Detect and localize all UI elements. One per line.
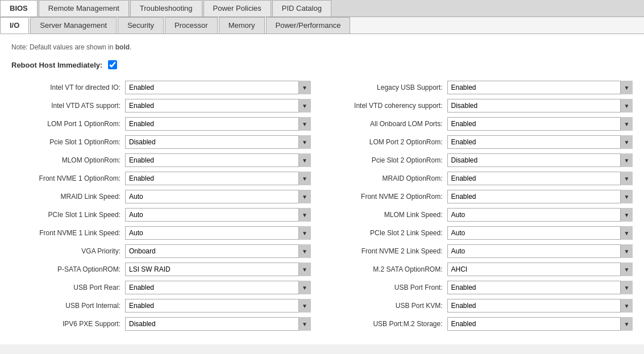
setting-select-wrapper: Auto▼ [447, 208, 633, 222]
setting-row: LOM Port 1 OptionRom:Enabled▼ [11, 117, 311, 131]
setting-row: VGA Priority:Onboard▼ [11, 244, 311, 258]
setting-label: M.2 SATA OptionROM: [334, 265, 447, 273]
setting-select-wrapper: Enabled▼ [447, 190, 633, 203]
setting-select[interactable]: Auto [447, 208, 633, 222]
setting-label: Intel VT for directed IO: [11, 84, 125, 91]
tab-bios[interactable]: BIOS [0, 0, 38, 16]
setting-select-wrapper: Enabled▼ [447, 135, 633, 149]
setting-select[interactable]: Enabled [447, 135, 633, 149]
setting-select[interactable]: Enabled [447, 281, 633, 294]
setting-label: Front NVME 1 OptionRom: [11, 174, 125, 182]
setting-label: Pcie Slot 2 OptionRom: [334, 156, 447, 164]
setting-row: USB Port:M.2 Storage:Enabled▼ [334, 317, 633, 331]
setting-select-wrapper: Enabled▼ [125, 99, 311, 113]
setting-select[interactable]: LSI SW RAID [125, 263, 311, 276]
setting-select-wrapper: Disabled▼ [447, 99, 633, 113]
setting-label: IPV6 PXE Support: [11, 320, 125, 328]
subtab-power/performance[interactable]: Power/Performance [266, 17, 351, 34]
setting-label: VGA Priority: [11, 247, 125, 255]
reboot-checkbox[interactable] [108, 60, 117, 69]
setting-select[interactable]: Enabled [125, 299, 311, 313]
setting-label: USB Port Front: [334, 284, 447, 291]
setting-row: Front NVME 1 OptionRom:Enabled▼ [11, 172, 311, 185]
setting-label: USB Port KVM: [334, 302, 447, 310]
setting-select[interactable]: Auto [447, 244, 633, 258]
setting-select-wrapper: Enabled▼ [447, 81, 633, 94]
setting-row: IPV6 PXE Support:Disabled▼ [11, 317, 311, 331]
subtab-security[interactable]: Security [118, 17, 164, 34]
setting-row: MRAID Link Speed:Auto▼ [11, 190, 311, 203]
setting-row: USB Port KVM:Enabled▼ [334, 299, 633, 313]
subtab-server-management[interactable]: Server Management [30, 17, 117, 34]
setting-select-wrapper: Onboard▼ [125, 244, 311, 258]
subtab-i/o[interactable]: I/O [0, 17, 29, 34]
setting-row: Legacy USB Support:Enabled▼ [334, 81, 633, 94]
setting-select[interactable]: Enabled [447, 317, 633, 331]
setting-label: MLOM Link Speed: [334, 211, 447, 219]
setting-label: LOM Port 2 OptionRom: [334, 138, 447, 146]
setting-row: USB Port Front:Enabled▼ [334, 281, 633, 294]
setting-select[interactable]: Enabled [447, 81, 633, 94]
setting-row: MLOM Link Speed:Auto▼ [334, 208, 633, 222]
setting-label: Legacy USB Support: [334, 84, 447, 91]
setting-label: MRAID Link Speed: [11, 193, 125, 201]
setting-select-wrapper: Enabled▼ [447, 299, 633, 313]
setting-row: MRAID OptionRom:Enabled▼ [334, 172, 633, 185]
setting-select[interactable]: Enabled [125, 172, 311, 185]
setting-row: Front NVME 2 Link Speed:Auto▼ [334, 244, 633, 258]
setting-label: Front NVME 2 OptionRom: [334, 193, 447, 201]
setting-row: Pcie Slot 2 OptionRom:Disabled▼ [334, 153, 633, 167]
setting-label: MRAID OptionRom: [334, 174, 447, 182]
setting-select-wrapper: Enabled▼ [125, 172, 311, 185]
setting-select[interactable]: AHCI [447, 263, 633, 276]
setting-select[interactable]: Enabled [447, 190, 633, 203]
tab-pid-catalog[interactable]: PID Catalog [272, 0, 331, 16]
setting-select[interactable]: Enabled [447, 117, 633, 131]
setting-select[interactable]: Auto [125, 208, 311, 222]
setting-select[interactable]: Disabled [447, 99, 633, 113]
setting-select-wrapper: Enabled▼ [125, 299, 311, 313]
setting-row: PCIe Slot 2 Link Speed:Auto▼ [334, 226, 633, 240]
reboot-label: Reboot Host Immediately: [11, 61, 102, 69]
setting-select[interactable]: Disabled [447, 153, 633, 167]
tab-troubleshooting[interactable]: Troubleshooting [130, 0, 202, 16]
setting-select[interactable]: Disabled [125, 135, 311, 149]
setting-label: All Onboard LOM Ports: [334, 120, 447, 128]
setting-select[interactable]: Enabled [125, 81, 311, 94]
setting-row: PCIe Slot 1 Link Speed:Auto▼ [11, 208, 311, 222]
setting-label: Pcie Slot 1 OptionRom: [11, 138, 125, 146]
left-settings-col: Intel VT for directed IO:Enabled▼Intel V… [11, 81, 311, 335]
setting-select[interactable]: Onboard [125, 244, 311, 258]
setting-select[interactable]: Auto [447, 226, 633, 240]
setting-select[interactable]: Auto [125, 190, 311, 203]
setting-select[interactable]: Enabled [125, 117, 311, 131]
tab-remote-management[interactable]: Remote Management [39, 0, 129, 16]
setting-select-wrapper: Auto▼ [125, 190, 311, 203]
setting-label: USB Port Internal: [11, 302, 125, 310]
setting-select[interactable]: Enabled [447, 172, 633, 185]
setting-label: PCIe Slot 2 Link Speed: [334, 229, 447, 237]
setting-row: MLOM OptionRom:Enabled▼ [11, 153, 311, 167]
setting-label: PCIe Slot 1 Link Speed: [11, 211, 125, 219]
setting-select[interactable]: Auto [125, 226, 311, 240]
setting-row: Intel VTD ATS support:Enabled▼ [11, 99, 311, 113]
setting-select-wrapper: Enabled▼ [125, 281, 311, 294]
setting-select-wrapper: Enabled▼ [125, 117, 311, 131]
setting-select[interactable]: Enabled [125, 99, 311, 113]
setting-label: P-SATA OptionROM: [11, 265, 125, 273]
setting-row: USB Port Rear:Enabled▼ [11, 281, 311, 294]
subtab-memory[interactable]: Memory [219, 17, 265, 34]
setting-select[interactable]: Enabled [125, 281, 311, 294]
setting-row: LOM Port 2 OptionRom:Enabled▼ [334, 135, 633, 149]
setting-select-wrapper: Enabled▼ [125, 81, 311, 94]
setting-select-wrapper: LSI SW RAID▼ [125, 263, 311, 276]
setting-select[interactable]: Disabled [125, 317, 311, 331]
setting-select[interactable]: Enabled [125, 153, 311, 167]
setting-label: USB Port Rear: [11, 284, 125, 291]
setting-row: Intel VT for directed IO:Enabled▼ [11, 81, 311, 94]
setting-row: Intel VTD coherency support:Disabled▼ [334, 99, 633, 113]
tab-power-policies[interactable]: Power Policies [203, 0, 271, 16]
subtab-processor[interactable]: Processor [165, 17, 218, 34]
setting-label: LOM Port 1 OptionRom: [11, 120, 125, 128]
setting-select[interactable]: Enabled [447, 299, 633, 313]
